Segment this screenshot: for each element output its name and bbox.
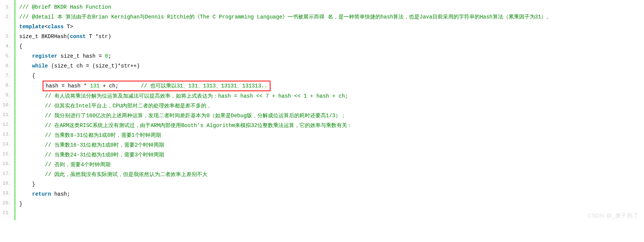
- line-number: 11.: [0, 110, 11, 120]
- comment-text: /// @detail 本 算法由于在Brian Kernighan与Denni…: [19, 14, 552, 20]
- keyword: register: [32, 53, 57, 59]
- code-line: // 当乘数24-31位都为1或0时，需要3个时钟周期: [19, 150, 644, 160]
- line-number: 5.: [0, 51, 11, 61]
- code-line: // 我分别进行了100亿次的上述两种运算，发现二者时间差距基本为0（如果是De…: [19, 111, 644, 121]
- line-number: 12.: [0, 120, 11, 130]
- code-text: }: [32, 181, 35, 187]
- line-number: 21.: [0, 208, 11, 218]
- code-text: hash = hash *: [46, 83, 90, 89]
- code-text: + ch;: [100, 83, 118, 89]
- line-number: 7.: [0, 71, 11, 81]
- comment-text: // 当乘数24-31位都为1或0时，需要3个时钟周期: [45, 152, 164, 158]
- line-number: 17.: [0, 169, 11, 179]
- comment-text: // 在ARM这类RISC系统上没有测试过，由于ARM内部使用Booth's A…: [45, 123, 352, 129]
- code-line: // 在ARM这类RISC系统上没有测试过，由于ARM内部使用Booth's A…: [19, 121, 644, 130]
- keyword: const: [70, 34, 86, 40]
- code-text: T>: [64, 24, 73, 30]
- line-number: 3.: [0, 32, 11, 41]
- code-text: {: [32, 73, 35, 79]
- line-number: 13.: [0, 130, 11, 139]
- line-number: 15.: [0, 149, 11, 159]
- code-text: ;: [108, 53, 111, 59]
- comment-text: // 否则，需要4个时钟周期: [45, 162, 111, 168]
- code-line: }: [19, 179, 644, 189]
- code-line: hash = hash * 131 + ch; // 也可以乘以31、131、1…: [19, 81, 644, 91]
- code-line: // 因此，虽然我没有实际测试，但是我依然认为二者效率上差别不大: [19, 170, 644, 179]
- keyword: template: [19, 24, 45, 30]
- code-line: /// @detail 本 算法由于在Brian Kernighan与Denni…: [19, 12, 644, 22]
- comment-text: // 有人说将乘法分解为位运算及加减法可以提高效率，如将上式表达为：hash =…: [45, 93, 348, 99]
- code-area[interactable]: /// @brief BKDR Hash Function /// @detai…: [15, 0, 644, 220]
- comment-text: // 我分别进行了100亿次的上述两种运算，发现二者时间差距基本为0（如果是De…: [45, 113, 346, 119]
- code-text: size_t hash =: [57, 53, 105, 59]
- line-number: 8.: [0, 81, 11, 90]
- comment-text: // 当乘数16-31位都为1或0时，需要2个时钟周期: [45, 142, 164, 148]
- code-line: register size_t hash = 0;: [19, 51, 644, 61]
- code-text: (size_t ch = (size_t)*str++): [48, 63, 140, 69]
- code-line: return hash;: [19, 189, 644, 199]
- keyword: while: [32, 63, 48, 69]
- code-line: size_t BKDRHash(const T *str): [19, 32, 644, 41]
- number-literal: 131: [90, 83, 100, 89]
- comment-text: // 也可以乘以31、131、1313、13131、131313..: [141, 83, 267, 89]
- code-line: // 否则，需要4个时钟周期: [19, 160, 644, 170]
- code-line: // 有人说将乘法分解为位运算及加减法可以提高效率，如将上式表达为：hash =…: [19, 91, 644, 101]
- code-line: // 当乘数16-31位都为1或0时，需要2个时钟周期: [19, 140, 644, 150]
- line-number-gutter: 1. 2. 3. 4. 5. 6. 7. 8. 9. 10. 11. 12. 1…: [0, 0, 14, 220]
- code-line: {: [19, 41, 644, 51]
- keyword: return: [32, 191, 51, 197]
- code-line: {: [19, 71, 644, 81]
- comment-text: /// @brief BKDR Hash Function: [19, 4, 111, 10]
- code-text: size_t BKDRHash(: [19, 34, 70, 40]
- keyword: class: [48, 24, 64, 30]
- code-text: }: [19, 201, 22, 207]
- line-number: 4.: [0, 41, 11, 51]
- code-line: // 当乘数8-31位都为1或0时，需要1个时钟周期: [19, 130, 644, 140]
- code-line: /// @brief BKDR Hash Function: [19, 2, 644, 12]
- code-line: template<class T>: [19, 22, 644, 32]
- code-line: while (size_t ch = (size_t)*str++): [19, 61, 644, 71]
- code-text: T *str): [86, 34, 111, 40]
- code-line: // 但其实在Intel平台上，CPU内部对二者的处理效率都是差不多的，: [19, 101, 644, 111]
- comment-text: // 因此，虽然我没有实际测试，但是我依然认为二者效率上差别不大: [45, 172, 207, 178]
- code-line: }: [19, 199, 644, 209]
- number-literal: 0: [105, 53, 108, 59]
- code-block: 1. 2. 3. 4. 5. 6. 7. 8. 9. 10. 11. 12. 1…: [0, 0, 644, 220]
- code-text: [118, 83, 141, 89]
- line-number: 6.: [0, 61, 11, 71]
- comment-text: // 但其实在Intel平台上，CPU内部对二者的处理效率都是差不多的，: [45, 103, 212, 109]
- line-number: 1.: [0, 2, 11, 12]
- line-number: 10.: [0, 100, 11, 110]
- code-text: {: [19, 43, 22, 49]
- line-number: 2.: [0, 12, 11, 22]
- line-number: 19.: [0, 188, 11, 198]
- line-number: 14.: [0, 139, 11, 149]
- code-text: <: [45, 24, 48, 30]
- code-text: hash;: [51, 191, 70, 197]
- line-number: 16.: [0, 159, 11, 169]
- line-number: 9.: [0, 90, 11, 100]
- comment-text: // 当乘数8-31位都为1或0时，需要1个时钟周期: [45, 132, 161, 138]
- line-number: 20.: [0, 198, 11, 208]
- highlight-box: hash = hash * 131 + ch; // 也可以乘以31、131、1…: [43, 81, 271, 91]
- line-number: 18.: [0, 179, 11, 188]
